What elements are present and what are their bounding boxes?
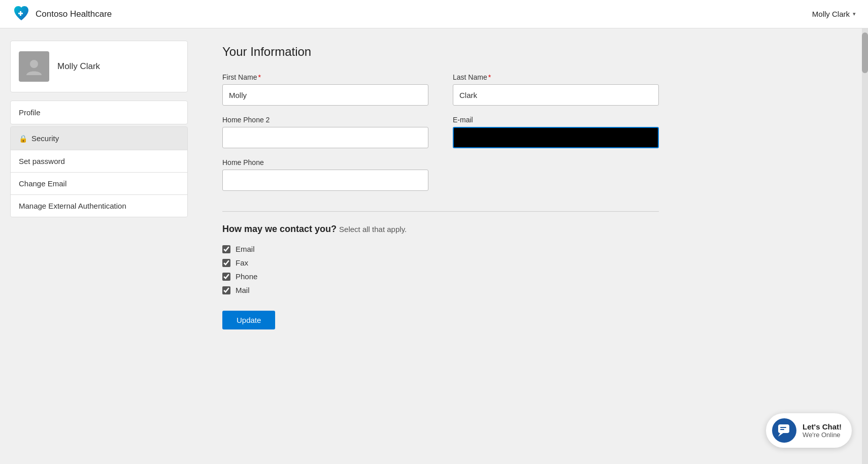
- chat-title: Let's Chat!: [803, 422, 842, 431]
- home-phone2-input[interactable]: [222, 127, 428, 148]
- contact-email-checkbox[interactable]: [222, 245, 230, 253]
- contact-fax-checkbox[interactable]: [222, 259, 230, 267]
- first-name-input[interactable]: [222, 84, 428, 106]
- sidebar-item-change-email[interactable]: Change Email: [11, 172, 187, 194]
- sidebar-security-section: 🔒 Security Set password Change Email Man…: [10, 126, 188, 217]
- chat-icon: [772, 418, 796, 443]
- sidebar-profile-label: Profile: [19, 108, 41, 117]
- chat-text: Let's Chat! We're Online: [803, 422, 842, 439]
- sidebar-user-name: Molly Clark: [57, 61, 100, 72]
- sidebar-item-set-password[interactable]: Set password: [11, 150, 187, 172]
- contact-email-option[interactable]: Email: [222, 245, 659, 253]
- first-name-required: *: [258, 73, 260, 81]
- scrollbar[interactable]: [862, 28, 868, 464]
- svg-rect-3: [780, 427, 786, 428]
- contact-email-label: Email: [236, 245, 255, 253]
- form-grid: First Name* Last Name* Home Phone 2 E-ma…: [222, 73, 659, 191]
- main-content: Your Information First Name* Last Name* …: [198, 28, 868, 464]
- sidebar-security-header[interactable]: 🔒 Security: [11, 127, 187, 150]
- first-name-label: First Name*: [222, 73, 428, 81]
- contact-phone-checkbox[interactable]: [222, 273, 230, 281]
- contact-heading: How may we contact you?: [222, 224, 337, 234]
- svg-rect-1: [778, 424, 789, 433]
- contact-phone-option[interactable]: Phone: [222, 272, 659, 281]
- contact-section-title: How may we contact you? Select all that …: [222, 224, 659, 235]
- lock-icon: 🔒: [19, 135, 27, 143]
- contact-subheading: Select all that apply.: [339, 225, 407, 234]
- sidebar-item-profile[interactable]: Profile: [10, 101, 188, 124]
- user-menu[interactable]: Molly Clark ▾: [812, 10, 856, 18]
- manage-ext-auth-label: Manage External Authentication: [19, 202, 126, 210]
- email-label: E-mail: [453, 116, 659, 124]
- brand: Contoso Healthcare: [12, 4, 112, 24]
- contact-fax-option[interactable]: Fax: [222, 258, 659, 267]
- sidebar: Molly Clark Profile 🔒 Security Set passw…: [0, 28, 198, 464]
- email-group: E-mail: [453, 116, 659, 148]
- scrollbar-thumb[interactable]: [862, 32, 868, 73]
- home-phone-label: Home Phone: [222, 158, 428, 167]
- contact-phone-label: Phone: [236, 272, 257, 281]
- set-password-label: Set password: [19, 157, 65, 165]
- contact-section: How may we contact you? Select all that …: [222, 211, 659, 294]
- brand-name: Contoso Healthcare: [36, 9, 112, 19]
- home-phone2-label: Home Phone 2: [222, 116, 428, 124]
- contact-mail-checkbox[interactable]: [222, 286, 230, 294]
- sidebar-security-label: Security: [31, 134, 59, 143]
- home-phone-input[interactable]: [222, 170, 428, 191]
- header: Contoso Healthcare Molly Clark ▾: [0, 0, 868, 28]
- contact-fax-label: Fax: [236, 258, 248, 267]
- last-name-label: Last Name*: [453, 73, 659, 81]
- sidebar-profile-card: Molly Clark: [10, 41, 188, 92]
- last-name-required: *: [488, 73, 491, 81]
- contact-checkboxes: Email Fax Phone Mail: [222, 245, 659, 294]
- contact-mail-option[interactable]: Mail: [222, 286, 659, 294]
- last-name-input[interactable]: [453, 84, 659, 106]
- change-email-label: Change Email: [19, 179, 66, 188]
- update-button[interactable]: Update: [222, 311, 275, 329]
- avatar: [19, 51, 49, 82]
- email-redacted: [453, 127, 659, 148]
- user-menu-chevron: ▾: [853, 11, 856, 17]
- svg-marker-2: [778, 433, 783, 437]
- home-phone2-group: Home Phone 2: [222, 116, 428, 148]
- section-title: Your Information: [222, 45, 844, 59]
- page-layout: Molly Clark Profile 🔒 Security Set passw…: [0, 28, 868, 464]
- logo-icon: [12, 4, 30, 24]
- chat-subtitle: We're Online: [803, 431, 842, 439]
- svg-rect-4: [780, 429, 784, 430]
- svg-point-0: [30, 60, 38, 68]
- last-name-group: Last Name*: [453, 73, 659, 106]
- header-user-name: Molly Clark: [812, 10, 850, 18]
- first-name-group: First Name*: [222, 73, 428, 106]
- chat-widget[interactable]: Let's Chat! We're Online: [766, 413, 852, 448]
- contact-mail-label: Mail: [236, 286, 250, 294]
- sidebar-item-manage-ext-auth[interactable]: Manage External Authentication: [11, 194, 187, 217]
- home-phone-group: Home Phone: [222, 158, 428, 191]
